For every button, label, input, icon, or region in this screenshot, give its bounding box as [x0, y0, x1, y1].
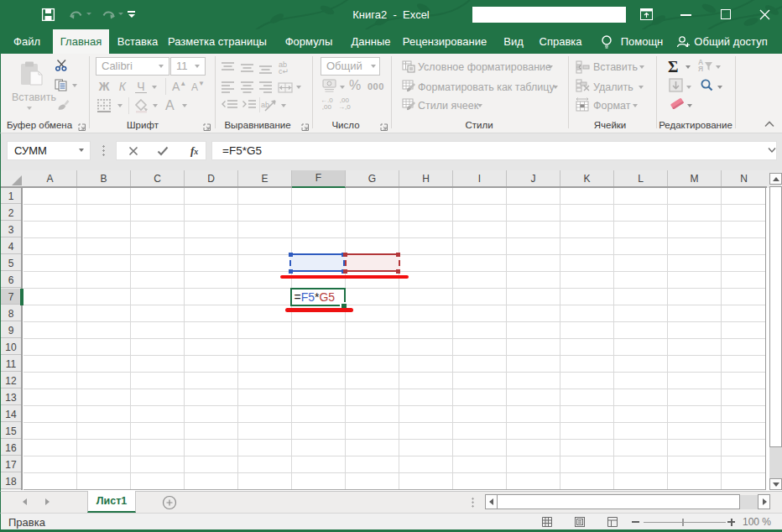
svg-text:ab: ab: [261, 101, 269, 109]
svg-text:c↵: c↵: [279, 67, 289, 76]
